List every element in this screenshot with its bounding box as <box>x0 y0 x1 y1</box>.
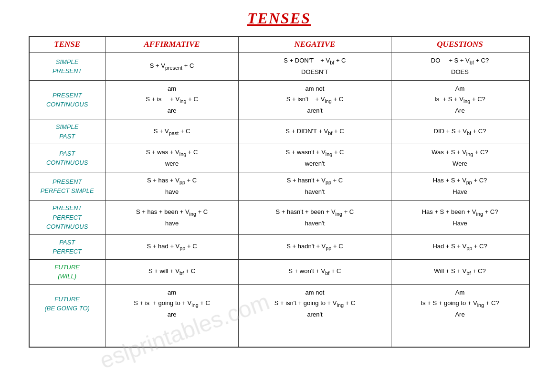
questions-cell: Has + S + Vpp + C?Have <box>391 172 529 201</box>
tense-cell: FUTURE(WILL) <box>29 259 105 284</box>
questions-cell: DO + S + Vbf + C?DOES <box>391 53 529 81</box>
questions-cell: AmIs + S + going to + Ving + C?Are <box>391 284 529 323</box>
affirmative-cell: S + Vpresent + C <box>105 53 239 81</box>
negative-cell: S + DON'T + Vbf + CDOESN'T <box>239 53 391 81</box>
table-row: SIMPLEPRESENTS + Vpresent + CS + DON'T +… <box>29 53 529 81</box>
negative-cell: S + wasn't + Ving + Cweren't <box>239 144 391 172</box>
table-row: PASTPERFECTS + had + Vpp + CS + hadn't +… <box>29 234 529 259</box>
tenses-table: TENSE AFFIRMATIVE NEGATIVE QUESTIONS SIM… <box>29 36 530 348</box>
header-negative: NEGATIVE <box>239 36 391 53</box>
affirmative-cell: S + Vpast + C <box>105 119 239 144</box>
questions-cell: DID + S + Vbf + C? <box>391 119 529 144</box>
tense-cell: PASTPERFECT <box>29 234 105 259</box>
header-tense: TENSE <box>29 36 105 53</box>
page-title: TENSES <box>247 10 311 27</box>
questions-cell: Has + S + been + Ving + C?Have <box>391 201 529 235</box>
affirmative-cell: S + has + been + Ving + Chave <box>105 201 239 235</box>
table-row: PRESENTCONTINUOUSamS + is + Ving + Carea… <box>29 81 529 119</box>
negative-cell: S + won't + Vbf + C <box>239 259 391 284</box>
table-row: PRESENTPERFECT CONTINUOUSS + has + been … <box>29 201 529 235</box>
table-row: SIMPLEPASTS + Vpast + CS + DIDN'T + Vbf … <box>29 119 529 144</box>
negative-cell: am notS + isn't + Ving + Caren't <box>239 81 391 119</box>
questions-cell: Will + S + Vbf + C? <box>391 259 529 284</box>
tense-cell: PRESENTPERFECT SIMPLE <box>29 172 105 201</box>
negative-cell: S + DIDN'T + Vbf + C <box>239 119 391 144</box>
table-row: PASTCONTINUOUSS + was + Ving + CwereS + … <box>29 144 529 172</box>
affirmative-cell: S + will + Vbf + C <box>105 259 239 284</box>
table-row: FUTURE(BE GOING TO)amS + is + going to +… <box>29 284 529 323</box>
questions-cell: Was + S + Ving + C?Were <box>391 144 529 172</box>
negative-cell: am notS + isn't + going to + Ving + Care… <box>239 284 391 323</box>
affirmative-cell: amS + is + Ving + Care <box>105 81 239 119</box>
tense-cell: SIMPLEPRESENT <box>29 53 105 81</box>
empty-row <box>29 323 529 347</box>
tense-cell: SIMPLEPAST <box>29 119 105 144</box>
affirmative-cell: S + had + Vpp + C <box>105 234 239 259</box>
affirmative-cell: S + was + Ving + Cwere <box>105 144 239 172</box>
questions-cell: AmIs + S + Ving + C?Are <box>391 81 529 119</box>
questions-cell: Had + S + Vpp + C? <box>391 234 529 259</box>
header-questions: QUESTIONS <box>391 36 529 53</box>
tense-cell: PRESENTPERFECT CONTINUOUS <box>29 201 105 235</box>
negative-cell: S + hasn't + Vpp + Chaven't <box>239 172 391 201</box>
affirmative-cell: S + has + Vpp + Chave <box>105 172 239 201</box>
table-row: PRESENTPERFECT SIMPLES + has + Vpp + Cha… <box>29 172 529 201</box>
negative-cell: S + hasn't + been + Ving + Chaven't <box>239 201 391 235</box>
table-row: FUTURE(WILL)S + will + Vbf + CS + won't … <box>29 259 529 284</box>
affirmative-cell: amS + is + going to + Ving + Care <box>105 284 239 323</box>
header-affirmative: AFFIRMATIVE <box>105 36 239 53</box>
negative-cell: S + hadn't + Vpp + C <box>239 234 391 259</box>
tense-cell: PASTCONTINUOUS <box>29 144 105 172</box>
tense-cell: FUTURE(BE GOING TO) <box>29 284 105 323</box>
tense-cell: PRESENTCONTINUOUS <box>29 81 105 119</box>
